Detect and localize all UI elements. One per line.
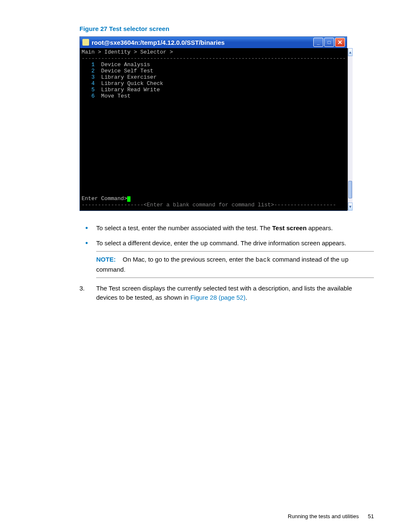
step-3: 3. The Test screen displays the currentl…: [96, 284, 374, 302]
menu-item: 5 Library Read Write: [82, 87, 346, 93]
window-title: root@sxe3604n:/temp1/4.12.0.0/SST/binari…: [92, 39, 313, 46]
divider: ----------------------------------------…: [82, 55, 346, 62]
window-titlebar: root@sxe3604n:/temp1/4.12.0.0/SST/binari…: [80, 37, 347, 48]
scroll-thumb[interactable]: [348, 181, 352, 198]
scroll-up-button[interactable]: ▲: [348, 48, 353, 56]
page-footer: Running the tests and utilities 51: [288, 513, 374, 519]
menu-item: 1 Device Analysis: [82, 62, 346, 68]
bullet description: To select a test, enter the number assoc…: [79, 224, 374, 278]
bullet-select-test: To select a test, enter the number assoc…: [96, 224, 374, 233]
figure-link[interactable]: Figure 28 (page 52): [190, 294, 246, 301]
command-prompt[interactable]: Enter Command>: [82, 195, 346, 202]
vertical-scrollbar[interactable]: ▲ ▼: [348, 48, 353, 211]
scroll-track[interactable]: [348, 56, 353, 203]
menu-item: 4 Library Quick Check: [82, 80, 346, 87]
footer-text: Running the tests and utilities: [288, 513, 359, 519]
hint-line: -------------------<Enter a blank comman…: [82, 202, 346, 208]
step-list: 3. The Test screen displays the currentl…: [79, 284, 374, 302]
bullet-select-device: To select a different device, enter the …: [96, 239, 374, 278]
menu-item: 6 Move Test: [82, 93, 346, 99]
note-box: NOTE: On Mac, to go to the previous scre…: [96, 251, 374, 278]
terminal-body[interactable]: Main > Identity > Selector > -----------…: [80, 48, 348, 211]
maximize-button[interactable]: □: [324, 38, 334, 47]
close-button[interactable]: ✕: [335, 38, 345, 47]
scroll-down-button[interactable]: ▼: [348, 203, 353, 211]
window-controls: _ □ ✕: [313, 38, 345, 47]
minimize-button[interactable]: _: [313, 38, 323, 47]
cursor: [127, 196, 130, 202]
menu-item: 2 Device Self Test: [82, 68, 346, 74]
terminal-window: root@sxe3604n:/temp1/4.12.0.0/SST/binari…: [79, 36, 347, 211]
figure-caption: Figure 27 Test selector screen: [79, 25, 374, 32]
page-number: 51: [368, 513, 374, 519]
terminal-breadcrumb: Main > Identity > Selector >: [82, 49, 346, 55]
note-label: NOTE:: [96, 256, 116, 263]
app-icon: [82, 39, 89, 46]
menu-item: 3 Library Exerciser: [82, 74, 346, 80]
